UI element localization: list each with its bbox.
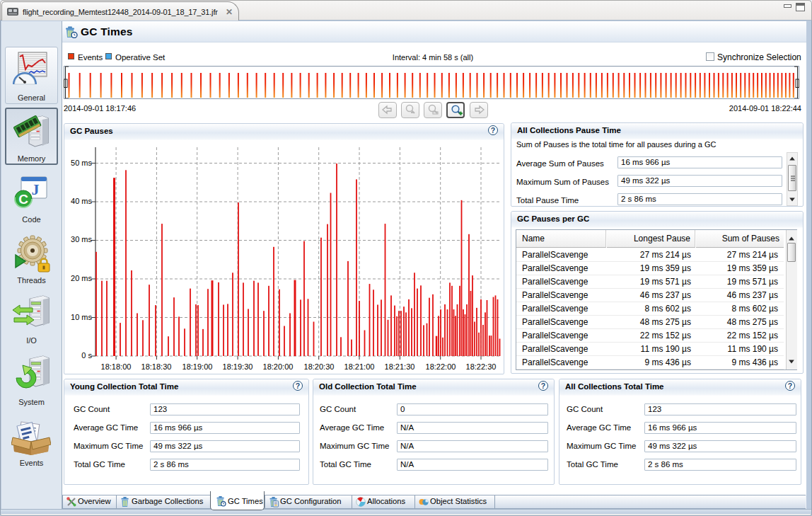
svg-text:J: J (32, 180, 40, 198)
svg-text:C: C (18, 192, 28, 207)
